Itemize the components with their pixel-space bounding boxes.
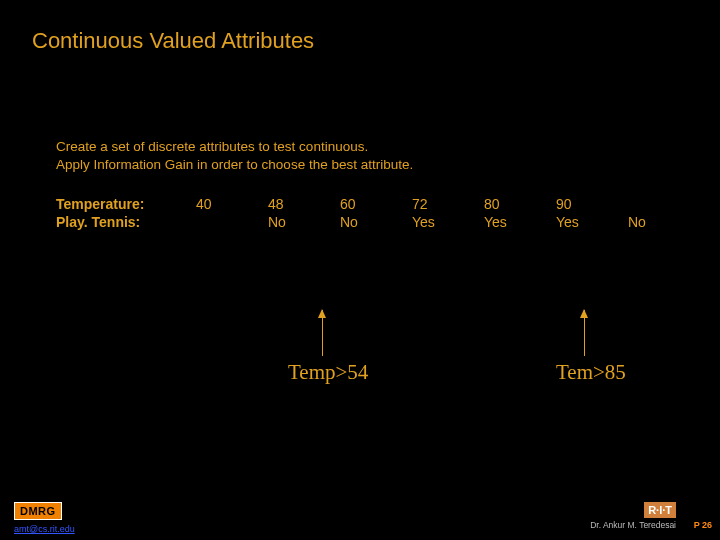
play-cell: No (340, 214, 412, 230)
footer: DMRG amt@cs.rit.edu R·I·T Dr. Ankur M. T… (0, 492, 720, 540)
annotation-temp54: Temp>54 (288, 360, 368, 385)
play-cell: No (268, 214, 340, 230)
data-table: Temperature: 40 48 60 72 80 90 Play. Ten… (56, 196, 700, 232)
play-cell: Yes (484, 214, 556, 230)
up-arrow-icon (322, 310, 323, 356)
playtennis-row: Play. Tennis: No No Yes Yes Yes No (56, 214, 700, 230)
temp-cell: 40 (196, 196, 268, 212)
rit-logo: R·I·T (644, 502, 676, 518)
page-number: P 26 (694, 520, 712, 530)
dmrg-badge: DMRG (14, 502, 62, 520)
desc-line-1: Create a set of discrete attributes to t… (56, 138, 413, 156)
author-name: Dr. Ankur M. Teredesai (590, 520, 676, 530)
annotation-temp85: Tem>85 (556, 360, 626, 385)
playtennis-label: Play. Tennis: (56, 214, 196, 230)
desc-line-2: Apply Information Gain in order to choos… (56, 156, 413, 174)
temp-cell: 48 (268, 196, 340, 212)
temp-cell: 60 (340, 196, 412, 212)
temp-cell: 72 (412, 196, 484, 212)
play-cell: Yes (412, 214, 484, 230)
temp-cell: 90 (556, 196, 628, 212)
slide-title: Continuous Valued Attributes (32, 28, 314, 54)
temperature-label: Temperature: (56, 196, 196, 212)
play-cell: No (628, 214, 678, 230)
up-arrow-icon (584, 310, 585, 356)
rit-logo-box: R·I·T (644, 502, 676, 518)
temperature-row: Temperature: 40 48 60 72 80 90 (56, 196, 700, 212)
email-link[interactable]: amt@cs.rit.edu (14, 524, 75, 534)
temp-cell: 80 (484, 196, 556, 212)
description-block: Create a set of discrete attributes to t… (56, 138, 413, 174)
play-cell: Yes (556, 214, 628, 230)
